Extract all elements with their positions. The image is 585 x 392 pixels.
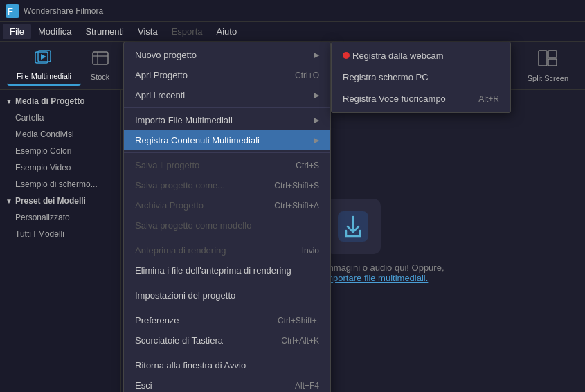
separator-4 <box>124 283 330 283</box>
sidebar-section-label-media: Media di Progetto <box>15 96 85 106</box>
arrow-right-icon-4: ▶ <box>314 136 319 145</box>
sidebar-item-esempio-colori[interactable]: Esempio Colori <box>0 143 120 159</box>
svg-rect-10 <box>548 51 557 57</box>
menu-modifica[interactable]: Modifica <box>31 24 78 39</box>
menu-scorciatoie[interactable]: Scorciatoie di Tastiera Ctrl+Alt+K <box>124 330 330 350</box>
arrow-down-icon: ▼ <box>6 98 12 105</box>
arrow-right-icon-2: ▶ <box>314 91 319 100</box>
menu-apri-recenti[interactable]: Apri i recenti ▶ <box>124 85 330 105</box>
svg-rect-9 <box>539 51 547 66</box>
sidebar-section-media-progetto[interactable]: ▼ Media di Progetto <box>0 93 120 109</box>
sidebar-item-tutti-modelli[interactable]: Tutti I Modelli <box>0 226 120 242</box>
svg-rect-11 <box>548 59 557 66</box>
menu-nuovo-progetto[interactable]: Nuovo progetto ▶ <box>124 45 330 65</box>
toolbar-btn-stock[interactable]: Stock <box>81 46 120 85</box>
app-logo: F <box>6 4 19 18</box>
menu-importa-file[interactable]: Importa File Multimediali ▶ <box>124 110 330 130</box>
menu-aiuto[interactable]: Aiuto <box>210 24 244 39</box>
red-dot-icon <box>343 52 350 59</box>
toolbar-label-stock: Stock <box>91 73 110 81</box>
file-multimediali-icon <box>35 50 53 69</box>
menu-preferenze[interactable]: Preferenze Ctrl+Shift+, <box>124 310 330 330</box>
menu-esporta[interactable]: Esporta <box>165 24 210 39</box>
submenu-registra: Registra dalla webcam Registra schermo P… <box>331 42 511 113</box>
arrow-right-icon-3: ▶ <box>314 116 319 125</box>
separator-6 <box>124 353 330 353</box>
menu-strumenti[interactable]: Strumenti <box>78 24 131 39</box>
menu-registra-contenuti[interactable]: Registra Contenuti Multimediali ▶ <box>124 130 330 150</box>
file-dropdown: Nuovo progetto ▶ Apri Progetto Ctrl+O Ap… <box>123 42 331 392</box>
stock-icon <box>91 51 109 70</box>
sidebar-item-esempio-video[interactable]: Esempio Video <box>0 159 120 176</box>
menu-archivia-progetto: Archivia Progetto Ctrl+Shift+A <box>124 195 330 215</box>
menu-salva-progetto-come: Salva progetto come... Ctrl+Shift+S <box>124 175 330 195</box>
menu-impostazioni-progetto[interactable]: Impostazioni del progetto <box>124 285 330 305</box>
import-icon <box>325 199 381 254</box>
svg-rect-4 <box>93 52 108 64</box>
sidebar-item-cartella[interactable]: Cartella <box>0 109 120 126</box>
menu-salva-progetto: Salva il progetto Ctrl+S <box>124 155 330 175</box>
sidebar-item-personalizzato[interactable]: Personalizzato <box>0 209 120 226</box>
separator-5 <box>124 308 330 308</box>
menu-elimina-anteprima[interactable]: Elimina i file dell'anteprima di renderi… <box>124 260 330 280</box>
submenu-voce-fuoricampo[interactable]: Registra Voce fuoricampo Alt+R <box>332 88 510 109</box>
sidebar-item-media-condivisi[interactable]: Media Condivisi <box>0 126 120 143</box>
separator-1 <box>124 107 330 108</box>
separator-2 <box>124 152 330 153</box>
menu-ritorna-avvio[interactable]: Ritorna alla finestra di Avvio <box>124 355 330 375</box>
menu-apri-progetto[interactable]: Apri Progetto Ctrl+O <box>124 65 330 85</box>
menu-vista[interactable]: Vista <box>131 24 165 39</box>
submenu-webcam[interactable]: Registra dalla webcam <box>332 45 510 66</box>
menu-file[interactable]: File <box>3 24 31 39</box>
menu-anteprima-rendering: Anteprima di rendering Invio <box>124 240 330 260</box>
separator-3 <box>124 238 330 238</box>
sidebar: ▼ Media di Progetto Cartella Media Condi… <box>0 90 121 392</box>
menu-esci[interactable]: Esci Alt+F4 <box>124 375 330 392</box>
split-screen-icon <box>537 49 558 71</box>
titlebar: F Wondershare Filmora <box>0 0 585 22</box>
svg-text:F: F <box>8 6 13 17</box>
arrow-down-icon-2: ▼ <box>6 197 12 205</box>
toolbar-btn-split-screen[interactable]: Split Screen <box>518 45 578 87</box>
toolbar-label-file-multimediali: File Multimediali <box>17 72 71 80</box>
menubar: File Modifica Strumenti Vista Esporta Ai… <box>0 22 585 42</box>
arrow-right-icon: ▶ <box>314 51 319 60</box>
menu-salva-come-modello: Salva progetto come modello <box>124 215 330 235</box>
submenu-schermo-pc[interactable]: Registra schermo PC <box>332 66 510 88</box>
sidebar-item-esempio-schermo[interactable]: Esempio di schermo... <box>0 176 120 193</box>
app-name: Wondershare Filmora <box>24 6 103 16</box>
toolbar-label-split-screen: Split Screen <box>528 74 568 82</box>
toolbar-btn-file-multimediali[interactable]: File Multimediali <box>7 46 81 86</box>
sidebar-section-preset-modelli[interactable]: ▼ Preset dei Modelli <box>0 193 120 209</box>
sidebar-section-label-preset: Preset dei Modelli <box>15 196 86 206</box>
